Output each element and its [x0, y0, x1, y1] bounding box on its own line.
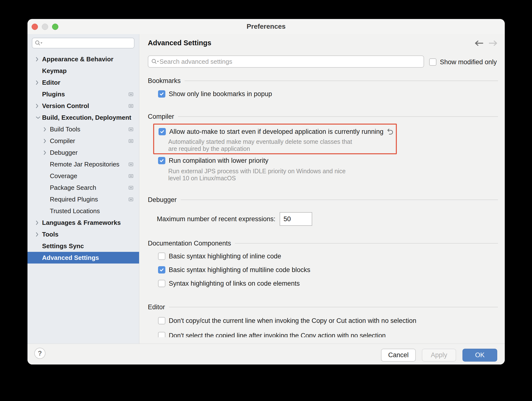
section-divider: [181, 200, 498, 200]
preferences-window: Preferences Appearance & Behavior Keymap…: [27, 19, 505, 365]
sidebar-item-debugger[interactable]: Debugger: [27, 147, 139, 158]
chevron-right-icon[interactable]: [43, 138, 50, 144]
checkbox-checked[interactable]: [158, 157, 165, 164]
section-divider: [169, 307, 498, 307]
section-title: Documentation Components: [148, 240, 231, 247]
advanced-search-field[interactable]: [148, 55, 424, 68]
setting-multiline-code-highlighting[interactable]: Basic syntax highlighting of multiline c…: [158, 266, 310, 274]
sidebar-item-advanced-settings[interactable]: Advanced Settings: [27, 252, 139, 264]
traffic-lights: [32, 24, 58, 30]
apply-button[interactable]: Apply: [422, 349, 456, 362]
sidebar-item-trusted-locations[interactable]: Trusted Locations: [27, 205, 139, 217]
ide-settings-icon: [129, 104, 133, 108]
ide-settings-icon: [129, 128, 133, 131]
setting-dont-select-copied-line[interactable]: Don't select the copied line after invok…: [158, 331, 386, 337]
window-title: Preferences: [27, 19, 505, 34]
cancel-button[interactable]: Cancel: [381, 349, 416, 362]
chevron-right-icon[interactable]: [35, 220, 42, 225]
checkbox-checked[interactable]: [159, 128, 166, 135]
minimize-button[interactable]: [42, 24, 48, 30]
chevron-right-icon[interactable]: [35, 103, 42, 109]
max-expressions-label: Maximum number of recent expressions:: [157, 215, 275, 223]
max-expressions-input[interactable]: [280, 212, 312, 226]
ide-settings-icon: [129, 174, 133, 178]
settings-sidebar: Appearance & Behavior Keymap Editor Plug…: [27, 34, 139, 344]
section-debugger: Debugger: [148, 196, 498, 204]
close-button[interactable]: [32, 24, 38, 30]
page-title: Advanced Settings: [148, 39, 211, 47]
section-title: Debugger: [148, 196, 177, 204]
sidebar-item-required-plugins[interactable]: Required Plugins: [27, 193, 139, 205]
sidebar-item-coverage[interactable]: Coverage: [27, 170, 139, 182]
sidebar-item-build-execution-deployment[interactable]: Build, Execution, Deployment: [27, 112, 139, 123]
checkbox-unchecked[interactable]: [158, 280, 165, 287]
reset-icon[interactable]: [387, 128, 394, 136]
section-compiler: Compiler: [148, 112, 498, 121]
ide-settings-icon: [129, 186, 133, 190]
sidebar-item-languages-frameworks[interactable]: Languages & Frameworks: [27, 217, 139, 228]
sidebar-item-appearance-behavior[interactable]: Appearance & Behavior: [27, 53, 139, 65]
sidebar-search-field[interactable]: [32, 38, 134, 48]
show-modified-label: Show modified only: [440, 58, 497, 66]
section-title: Compiler: [148, 113, 174, 120]
sidebar-item-keymap[interactable]: Keymap: [27, 65, 139, 77]
checkbox-unchecked[interactable]: [158, 332, 165, 337]
ide-settings-icon: [129, 163, 133, 166]
sidebar-item-build-tools[interactable]: Build Tools: [27, 123, 139, 135]
advanced-settings-panel: Advanced Settings Show modified only Boo…: [140, 34, 505, 337]
screen: Preferences Appearance & Behavior Keymap…: [0, 0, 532, 401]
ide-settings-icon: [129, 198, 133, 201]
help-question-mark: ?: [38, 350, 42, 357]
chevron-right-icon[interactable]: [35, 232, 42, 237]
sidebar-item-editor[interactable]: Editor: [27, 77, 139, 88]
sidebar-item-settings-sync[interactable]: Settings Sync: [27, 240, 139, 252]
sidebar-search-input[interactable]: [43, 38, 134, 48]
chevron-right-icon[interactable]: [43, 127, 50, 132]
section-divider: [178, 116, 498, 117]
setting-description: Run external JPS process with IDLE prior…: [168, 168, 346, 175]
chevron-right-icon[interactable]: [43, 150, 50, 155]
settings-tree: Appearance & Behavior Keymap Editor Plug…: [27, 53, 139, 264]
setting-links-highlighting[interactable]: Syntax highlighting of links on code ele…: [158, 279, 300, 288]
ide-settings-icon: [129, 92, 133, 96]
section-divider: [235, 243, 498, 244]
setting-dont-copy-cut-line[interactable]: Don't copy/cut the current line when inv…: [158, 317, 416, 325]
setting-show-only-line-bookmarks[interactable]: Show only line bookmarks in popup: [158, 90, 272, 98]
setting-inline-code-highlighting[interactable]: Basic syntax highlighting of inline code: [158, 252, 281, 260]
zoom-button[interactable]: [52, 24, 58, 30]
title-bar[interactable]: Preferences: [27, 19, 505, 34]
highlighted-setting-box: Allow auto-make to start even if develop…: [153, 124, 397, 154]
section-title: Bookmarks: [148, 77, 181, 85]
forward-arrow-icon[interactable]: [488, 40, 498, 46]
sidebar-item-remote-jar-repositories[interactable]: Remote Jar Repositories: [27, 158, 139, 170]
checkbox-checked[interactable]: [158, 90, 165, 98]
search-icon: [151, 58, 159, 65]
section-bookmarks: Bookmarks: [148, 77, 498, 85]
checkbox-unchecked[interactable]: [158, 253, 165, 260]
show-modified-only[interactable]: Show modified only: [429, 58, 497, 66]
sidebar-item-plugins[interactable]: Plugins: [27, 88, 139, 100]
show-modified-checkbox[interactable]: [429, 58, 436, 66]
checkbox-unchecked[interactable]: [158, 317, 165, 324]
chevron-right-icon[interactable]: [35, 80, 42, 85]
ide-settings-icon: [129, 139, 133, 143]
sidebar-item-version-control[interactable]: Version Control: [27, 100, 139, 112]
setting-allow-auto-make[interactable]: Allow auto-make to start even if develop…: [159, 128, 383, 136]
back-arrow-icon[interactable]: [474, 40, 484, 46]
sidebar-item-compiler[interactable]: Compiler: [27, 135, 139, 147]
section-documentation-components: Documentation Components: [148, 239, 498, 247]
footer-bar: ? Cancel Apply OK: [27, 344, 505, 365]
section-divider: [185, 81, 498, 81]
sidebar-item-tools[interactable]: Tools: [27, 228, 139, 240]
sidebar-item-package-search[interactable]: Package Search: [27, 182, 139, 193]
help-button[interactable]: ?: [34, 348, 45, 359]
section-editor: Editor: [148, 303, 498, 311]
checkbox-checked[interactable]: [158, 266, 165, 273]
search-icon: [35, 40, 43, 46]
history-nav: [474, 40, 498, 46]
ok-button[interactable]: OK: [462, 349, 497, 362]
chevron-right-icon[interactable]: [35, 57, 42, 62]
setting-run-compilation-lower-priority[interactable]: Run compilation with lower priority: [158, 156, 268, 165]
chevron-down-icon[interactable]: [35, 116, 42, 119]
advanced-search-input[interactable]: [159, 56, 424, 67]
